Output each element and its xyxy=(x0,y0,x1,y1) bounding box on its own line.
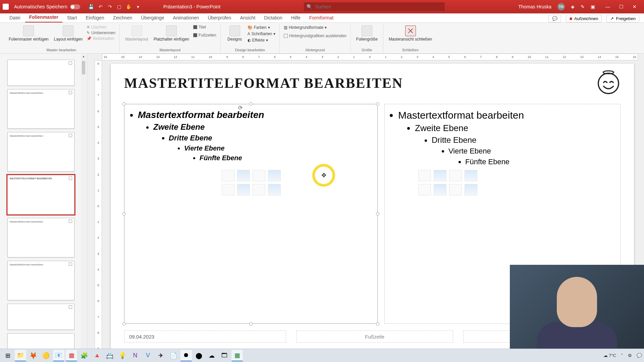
insert-online-picture-icon[interactable] xyxy=(237,184,250,195)
resize-handle[interactable] xyxy=(376,102,379,106)
tab-animationen[interactable]: Animationen xyxy=(169,13,203,22)
layout-thumb[interactable]: Mastertitelformat bearbeiten xyxy=(7,132,74,172)
scroll-up-icon[interactable]: ▲ xyxy=(82,55,85,58)
hide-bg-graphics-checkbox[interactable]: Hintergrundgrafiken ausblenden xyxy=(284,34,346,38)
app-icon[interactable]: 🗔 xyxy=(219,350,230,361)
vlc-icon[interactable]: 🔺 xyxy=(91,350,103,361)
explorer-icon[interactable]: 📁 xyxy=(15,350,26,361)
thumbnail-pane[interactable]: Mastertitelformat bearbeiten Mastertitel… xyxy=(0,54,87,353)
footers-checkbox[interactable]: Fußzeilen xyxy=(193,33,216,38)
insert-smartart-icon[interactable] xyxy=(449,170,462,181)
layout-thumb[interactable] xyxy=(7,304,74,330)
text-level-5[interactable]: Fünfte Ebene xyxy=(465,158,613,166)
share-button[interactable]: ↗Freigeben xyxy=(606,15,639,22)
excel-icon[interactable]: ▦ xyxy=(231,350,243,361)
insert-icon-icon[interactable] xyxy=(268,184,281,195)
app-icon[interactable]: 💡 xyxy=(117,350,128,361)
text-level-5[interactable]: Fünfte Ebene xyxy=(200,154,371,162)
text-level-3[interactable]: Dritte Ebene xyxy=(432,135,613,145)
layout-thumb[interactable]: Mastertitelformat bearbeiten xyxy=(7,218,74,257)
close-button[interactable]: ✕ xyxy=(628,2,641,12)
tab-dictation[interactable]: Dictation xyxy=(260,13,286,22)
insert-picture-icon[interactable] xyxy=(222,184,234,195)
tab-zeichnen[interactable]: Zeichnen xyxy=(109,13,137,22)
layout-thumb[interactable]: Mastertitelformat bearbeiten xyxy=(7,261,74,300)
app-icon[interactable]: 📇 xyxy=(104,350,115,361)
text-level-4[interactable]: Vierte Ebene xyxy=(184,144,371,152)
insert-3d-icon[interactable] xyxy=(268,170,281,181)
insert-chart-icon[interactable] xyxy=(237,170,250,181)
insert-icon-icon[interactable] xyxy=(465,184,477,195)
search-input[interactable] xyxy=(315,4,442,9)
outlook-icon[interactable]: 📧 xyxy=(53,350,64,361)
master-title-placeholder[interactable]: MASTERTITELFORMAT BEARBEITEN xyxy=(124,75,621,91)
minimize-button[interactable]: — xyxy=(601,2,614,12)
text-level-1[interactable]: Mastertextformat bearbeiten xyxy=(138,110,371,120)
colors-dropdown[interactable]: 🎨Farben▾ xyxy=(248,25,275,30)
close-master-view-button[interactable]: Masteransicht schließen xyxy=(387,25,433,42)
pen-icon[interactable]: ✎ xyxy=(581,4,585,9)
from-beginning-icon[interactable]: ▢ xyxy=(116,4,122,10)
layout-thumb[interactable]: Mastertitelformat bearbeiten xyxy=(7,89,74,129)
tray-icon[interactable]: ⚙ xyxy=(628,353,632,358)
insert-layout-button[interactable]: Layout einfügen xyxy=(53,25,84,42)
tab-einfuegen[interactable]: Einfügen xyxy=(82,13,108,22)
search-box[interactable]: 🔍 xyxy=(304,2,445,11)
title-checkbox[interactable]: Titel xyxy=(193,25,216,29)
start-button[interactable]: ⊞ xyxy=(2,350,13,361)
slide-size-button[interactable]: Foliengröße xyxy=(355,25,379,42)
window-icon[interactable]: ▣ xyxy=(591,4,595,9)
touch-icon[interactable]: ✋ xyxy=(126,4,132,10)
comments-button[interactable]: 💬 xyxy=(548,15,561,22)
weather-widget[interactable]: ☁ 7°C xyxy=(603,353,616,358)
telegram-icon[interactable]: ✈ xyxy=(155,350,166,361)
powerpoint-icon[interactable]: ▦ xyxy=(66,350,77,361)
insert-picture-icon[interactable] xyxy=(418,184,431,195)
tab-folienmaster[interactable]: Folienmaster xyxy=(25,13,62,22)
resize-handle[interactable] xyxy=(122,212,126,216)
insert-smartart-icon[interactable] xyxy=(253,170,265,181)
maximize-button[interactable]: ☐ xyxy=(614,2,628,12)
onenote-icon[interactable]: N xyxy=(129,350,141,361)
insert-chart-icon[interactable] xyxy=(434,170,446,181)
insert-placeholder-button[interactable]: Platzhalter einfügen xyxy=(152,25,191,42)
tab-hilfe[interactable]: Hilfe xyxy=(287,13,305,22)
resize-handle[interactable] xyxy=(249,322,253,325)
content-placeholder-left[interactable]: Mastertextformat bearbeiten Zweite Ebene… xyxy=(124,104,378,324)
resize-handle[interactable] xyxy=(376,322,379,325)
app-icon[interactable]: 📄 xyxy=(168,350,179,361)
record-button[interactable]: Aufzeichnen xyxy=(566,15,602,22)
rename-layout-button[interactable]: ✎Umbenennen xyxy=(87,31,115,35)
tab-start[interactable]: Start xyxy=(63,13,81,22)
insert-slidemaster-button[interactable]: Folienmaster einfügen xyxy=(7,25,50,42)
tab-uebergaenge[interactable]: Übergänge xyxy=(137,13,168,22)
app-icon[interactable]: ☁ xyxy=(206,350,217,361)
insert-table-icon[interactable] xyxy=(418,170,431,181)
autosave-toggle[interactable] xyxy=(70,4,80,9)
tab-formformat[interactable]: Formformat xyxy=(305,13,337,22)
thumbnail-scrollbar[interactable]: ▲ ▼ xyxy=(81,54,86,353)
resize-handle[interactable] xyxy=(376,212,379,216)
user-avatar[interactable]: TH xyxy=(557,3,565,10)
text-level-1[interactable]: Mastertextformat bearbeiten xyxy=(398,110,613,121)
footer-placeholder[interactable]: Fußzeile xyxy=(296,330,453,343)
fonts-dropdown[interactable]: ASchriftarten▾ xyxy=(248,31,275,37)
app-icon[interactable]: ⬤ xyxy=(193,350,205,361)
resize-handle[interactable] xyxy=(122,322,126,325)
undo-icon[interactable]: ↶ xyxy=(98,4,104,10)
insert-3d-icon[interactable] xyxy=(465,170,477,181)
layout-thumb[interactable] xyxy=(7,60,74,86)
insert-online-picture-icon[interactable] xyxy=(434,184,446,195)
scroll-thumb[interactable] xyxy=(82,61,85,74)
app-icon[interactable]: 🧩 xyxy=(78,350,90,361)
tray-icon[interactable]: 💬 xyxy=(637,353,642,358)
text-level-4[interactable]: Vierte Ebene xyxy=(448,147,613,156)
user-name[interactable]: Thomas Hruska xyxy=(518,4,551,9)
tray-chevron-icon[interactable]: ˄ xyxy=(621,353,623,358)
obs-icon[interactable]: ⏺ xyxy=(180,350,192,361)
insert-video-icon[interactable] xyxy=(449,184,462,195)
effects-dropdown[interactable]: ◐Effekte▾ xyxy=(248,38,275,43)
text-level-2[interactable]: Zweite Ebene xyxy=(153,122,371,132)
chrome-icon[interactable]: 🟡 xyxy=(40,350,52,361)
insert-video-icon[interactable] xyxy=(253,184,265,195)
